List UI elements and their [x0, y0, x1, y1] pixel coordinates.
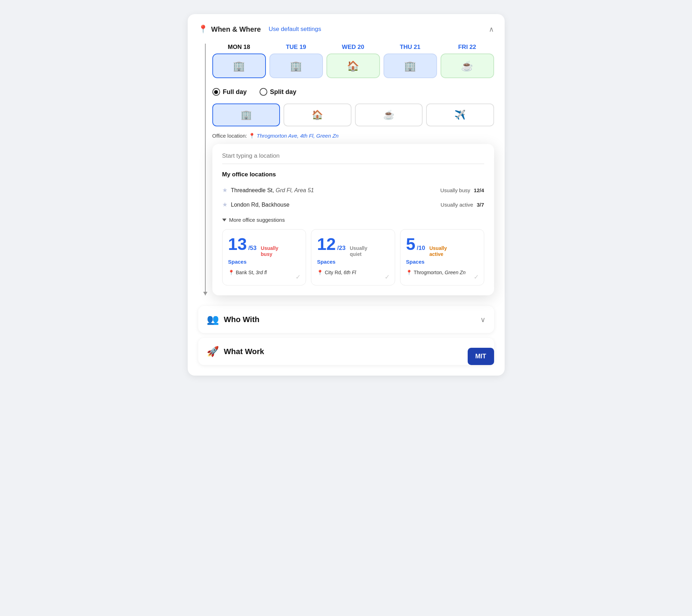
space-location-text-2: City Rd, 6th Fl — [325, 270, 356, 275]
who-with-icon: 👥 — [207, 314, 219, 325]
what-work-left: 🚀 What Work — [207, 346, 264, 357]
space-location-3: 📍 Throgmorton, Green Zn — [406, 270, 478, 275]
space-status-1: Usuallybusy — [261, 245, 279, 257]
pin-icon-small: 📍 — [249, 133, 255, 139]
day-col-wed: WED 20 🏠 — [326, 44, 380, 78]
full-day-label: Full day — [223, 88, 247, 96]
what-work-label: What Work — [224, 347, 264, 356]
more-suggestions-toggle[interactable]: More office suggestions — [222, 217, 484, 223]
day-button-tue[interactable]: 🏢 — [269, 54, 323, 78]
travel-type-icon: ✈️ — [454, 109, 466, 120]
space-location-2: 📍 City Rd, 6th Fl — [317, 270, 389, 275]
day-label-fri: FRI 22 — [458, 44, 476, 51]
day-col-mon: MON 18 🏢 — [212, 44, 266, 78]
location-search-input[interactable] — [222, 152, 484, 164]
space-location-text-3: Throgmorton, Green Zn — [414, 270, 466, 275]
space-number-3: 5 — [406, 236, 416, 253]
office-list-left-1: ★ Threadneedle St, Grd Fl, Area 51 — [222, 187, 314, 194]
use-default-link[interactable]: Use default settings — [269, 26, 321, 33]
day-col-thu: THU 21 🏢 — [384, 44, 437, 78]
pin-icon-card-3: 📍 — [406, 270, 412, 275]
main-card: 📍 When & Where Use default settings ∧ MO… — [188, 14, 505, 376]
loc-type-cafe-button[interactable]: ☕ — [355, 103, 423, 126]
office-name-1: Threadneedle St, Grd Fl, Area 51 — [231, 187, 314, 194]
office-location-line: Office location: 📍 Throgmorton Ave, 4th … — [212, 133, 494, 139]
timeline-col — [198, 44, 212, 295]
check-icon-3: ✓ — [474, 273, 479, 281]
location-pin-icon: 📍 — [198, 25, 208, 34]
star-icon-2: ★ — [222, 201, 227, 208]
day-button-fri[interactable]: ☕ — [441, 54, 494, 78]
day-button-wed[interactable]: 🏠 — [326, 54, 380, 78]
check-icon-1: ✓ — [295, 273, 301, 281]
office-type-icon: 🏢 — [241, 109, 252, 120]
day-label-thu: THU 21 — [400, 44, 420, 51]
split-day-radio[interactable]: Split day — [260, 88, 297, 96]
check-icon-2: ✓ — [385, 273, 390, 281]
space-number-row-3: 5 /10 Usuallyactive — [406, 236, 478, 257]
office-icon-tue: 🏢 — [290, 60, 302, 72]
office-icon-mon: 🏢 — [233, 60, 245, 72]
office-location-label: Office location: — [212, 133, 247, 139]
loc-type-travel-button[interactable]: ✈️ — [426, 103, 494, 126]
page-title: When & Where — [211, 25, 261, 33]
collapse-chevron-icon[interactable]: ∧ — [489, 25, 494, 33]
office-list-item-1[interactable]: ★ Threadneedle St, Grd Fl, Area 51 Usual… — [222, 183, 484, 197]
space-label-2: Spaces — [317, 259, 389, 265]
space-number-row-1: 13 /53 Usuallybusy — [228, 236, 300, 257]
office-status-label-1: Usually busy — [440, 187, 470, 193]
office-count-1: 12/4 — [474, 187, 484, 193]
star-icon-1: ★ — [222, 187, 227, 194]
day-button-thu[interactable]: 🏢 — [384, 54, 437, 78]
cafe-type-icon: ☕ — [383, 109, 394, 120]
loc-type-home-button[interactable]: 🏠 — [283, 103, 351, 126]
days-row: MON 18 🏢 TUE 19 🏢 WED 20 🏠 — [212, 44, 494, 78]
space-number-1: 13 — [228, 236, 247, 253]
space-card-1[interactable]: 13 /53 Usuallybusy Spaces 📍 Bank St, 3rd… — [222, 229, 306, 285]
day-button-mon[interactable]: 🏢 — [212, 54, 266, 78]
day-label-wed: WED 20 — [342, 44, 364, 51]
space-total-1: /53 — [248, 245, 257, 252]
space-status-2: Usuallyquiet — [350, 245, 367, 257]
space-total-2: /23 — [337, 245, 346, 252]
office-count-2: 3/7 — [477, 202, 484, 208]
section-title-row: 📍 When & Where Use default settings — [198, 25, 321, 34]
office-status-2: Usually active 3/7 — [441, 202, 484, 208]
location-dropdown: My office locations ★ Threadneedle St, G… — [212, 144, 494, 295]
timeline-line — [205, 44, 206, 295]
day-label-mon: MON 18 — [228, 44, 250, 51]
space-label-3: Spaces — [406, 259, 478, 265]
section-body: MON 18 🏢 TUE 19 🏢 WED 20 🏠 — [198, 44, 494, 295]
pin-icon-card-1: 📍 — [228, 270, 234, 275]
who-with-section[interactable]: 👥 Who With ∨ — [198, 306, 494, 333]
space-label-1: Spaces — [228, 259, 300, 265]
office-status-1: Usually busy 12/4 — [440, 187, 484, 193]
space-cards-row: 13 /53 Usuallybusy Spaces 📍 Bank St, 3rd… — [222, 229, 484, 285]
space-total-3: /10 — [417, 245, 425, 252]
split-day-label: Split day — [270, 88, 297, 96]
space-card-3[interactable]: 5 /10 Usuallyactive Spaces 📍 Throgmorton… — [400, 229, 484, 285]
office-location-link[interactable]: Throgmorton Ave, 4th Fl, Green Zn — [257, 133, 339, 139]
what-work-section[interactable]: 🚀 What Work ∨ — [198, 338, 494, 365]
my-office-locations-title: My office locations — [222, 171, 484, 178]
who-with-label: Who With — [224, 315, 260, 324]
office-list-item-2[interactable]: ★ London Rd, Backhouse Usually active 3/… — [222, 197, 484, 212]
who-with-chevron-icon: ∨ — [480, 315, 486, 324]
bottom-sections: 👥 Who With ∨ 🚀 What Work ∨ — [198, 306, 494, 365]
home-type-icon: 🏠 — [312, 109, 323, 120]
office-icon-thu: 🏢 — [404, 60, 416, 72]
space-number-row-2: 12 /23 Usuallyquiet — [317, 236, 389, 257]
space-location-1: 📍 Bank St, 3rd fl — [228, 270, 300, 275]
what-work-icon: 🚀 — [207, 346, 219, 357]
full-day-radio[interactable]: Full day — [212, 88, 247, 96]
full-day-radio-circle — [212, 88, 220, 96]
day-label-tue: TUE 19 — [286, 44, 306, 51]
split-day-radio-circle — [260, 88, 267, 96]
office-name-2: London Rd, Backhouse — [231, 202, 289, 208]
space-card-2[interactable]: 12 /23 Usuallyquiet Spaces 📍 City Rd, 6t… — [311, 229, 395, 285]
loc-type-office-button[interactable]: 🏢 — [212, 103, 280, 126]
submit-button[interactable]: MIT — [468, 348, 494, 365]
location-type-row: 🏢 🏠 ☕ ✈️ — [212, 103, 494, 126]
space-status-3: Usuallyactive — [429, 245, 447, 257]
who-with-left: 👥 Who With — [207, 314, 260, 325]
